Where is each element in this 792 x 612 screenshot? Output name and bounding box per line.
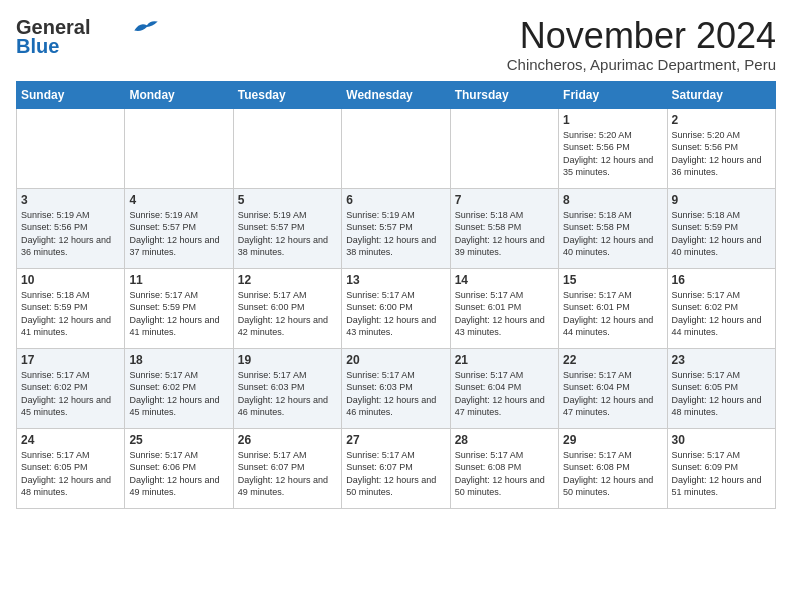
day-info: Sunrise: 5:17 AM Sunset: 6:02 PM Dayligh… — [21, 369, 120, 419]
daylight-text: Daylight: 12 hours and 50 minutes. — [455, 475, 545, 498]
calendar-cell: 7 Sunrise: 5:18 AM Sunset: 5:58 PM Dayli… — [450, 188, 558, 268]
sunset-text: Sunset: 6:04 PM — [563, 382, 630, 392]
sunset-text: Sunset: 6:01 PM — [455, 302, 522, 312]
day-info: Sunrise: 5:17 AM Sunset: 6:04 PM Dayligh… — [563, 369, 662, 419]
sunrise-text: Sunrise: 5:17 AM — [672, 450, 741, 460]
day-info: Sunrise: 5:17 AM Sunset: 6:05 PM Dayligh… — [21, 449, 120, 499]
sunset-text: Sunset: 6:02 PM — [129, 382, 196, 392]
sunrise-text: Sunrise: 5:19 AM — [238, 210, 307, 220]
sunrise-text: Sunrise: 5:17 AM — [455, 370, 524, 380]
day-info: Sunrise: 5:20 AM Sunset: 5:56 PM Dayligh… — [672, 129, 771, 179]
day-info: Sunrise: 5:17 AM Sunset: 5:59 PM Dayligh… — [129, 289, 228, 339]
sunset-text: Sunset: 6:03 PM — [238, 382, 305, 392]
day-info: Sunrise: 5:17 AM Sunset: 6:07 PM Dayligh… — [238, 449, 337, 499]
day-number: 21 — [455, 353, 554, 367]
day-info: Sunrise: 5:17 AM Sunset: 6:00 PM Dayligh… — [346, 289, 445, 339]
day-number: 22 — [563, 353, 662, 367]
day-number: 6 — [346, 193, 445, 207]
sunrise-text: Sunrise: 5:17 AM — [346, 370, 415, 380]
day-info: Sunrise: 5:17 AM Sunset: 6:02 PM Dayligh… — [129, 369, 228, 419]
daylight-text: Daylight: 12 hours and 45 minutes. — [129, 395, 219, 418]
sunrise-text: Sunrise: 5:17 AM — [238, 450, 307, 460]
day-info: Sunrise: 5:17 AM Sunset: 6:08 PM Dayligh… — [563, 449, 662, 499]
calendar-cell: 20 Sunrise: 5:17 AM Sunset: 6:03 PM Dayl… — [342, 348, 450, 428]
calendar-cell: 8 Sunrise: 5:18 AM Sunset: 5:58 PM Dayli… — [559, 188, 667, 268]
calendar-cell: 12 Sunrise: 5:17 AM Sunset: 6:00 PM Dayl… — [233, 268, 341, 348]
sunset-text: Sunset: 5:56 PM — [672, 142, 739, 152]
sunrise-text: Sunrise: 5:19 AM — [129, 210, 198, 220]
daylight-text: Daylight: 12 hours and 36 minutes. — [21, 235, 111, 258]
sunrise-text: Sunrise: 5:17 AM — [238, 290, 307, 300]
daylight-text: Daylight: 12 hours and 45 minutes. — [21, 395, 111, 418]
day-info: Sunrise: 5:18 AM Sunset: 5:59 PM Dayligh… — [21, 289, 120, 339]
sunrise-text: Sunrise: 5:18 AM — [21, 290, 90, 300]
sunset-text: Sunset: 6:06 PM — [129, 462, 196, 472]
calendar-cell: 17 Sunrise: 5:17 AM Sunset: 6:02 PM Dayl… — [17, 348, 125, 428]
sunrise-text: Sunrise: 5:17 AM — [563, 290, 632, 300]
sunset-text: Sunset: 6:08 PM — [563, 462, 630, 472]
sunset-text: Sunset: 6:02 PM — [21, 382, 88, 392]
sunrise-text: Sunrise: 5:17 AM — [672, 370, 741, 380]
sunrise-text: Sunrise: 5:18 AM — [455, 210, 524, 220]
sunset-text: Sunset: 6:07 PM — [238, 462, 305, 472]
day-info: Sunrise: 5:17 AM Sunset: 6:04 PM Dayligh… — [455, 369, 554, 419]
daylight-text: Daylight: 12 hours and 36 minutes. — [672, 155, 762, 178]
day-number: 30 — [672, 433, 771, 447]
day-info: Sunrise: 5:19 AM Sunset: 5:57 PM Dayligh… — [238, 209, 337, 259]
daylight-text: Daylight: 12 hours and 40 minutes. — [563, 235, 653, 258]
calendar-cell: 14 Sunrise: 5:17 AM Sunset: 6:01 PM Dayl… — [450, 268, 558, 348]
sunset-text: Sunset: 6:02 PM — [672, 302, 739, 312]
sunrise-text: Sunrise: 5:17 AM — [455, 450, 524, 460]
day-info: Sunrise: 5:17 AM Sunset: 6:00 PM Dayligh… — [238, 289, 337, 339]
daylight-text: Daylight: 12 hours and 46 minutes. — [346, 395, 436, 418]
sunrise-text: Sunrise: 5:17 AM — [672, 290, 741, 300]
header-saturday: Saturday — [667, 81, 775, 108]
header-thursday: Thursday — [450, 81, 558, 108]
day-info: Sunrise: 5:19 AM Sunset: 5:57 PM Dayligh… — [129, 209, 228, 259]
day-info: Sunrise: 5:17 AM Sunset: 6:03 PM Dayligh… — [238, 369, 337, 419]
day-info: Sunrise: 5:19 AM Sunset: 5:57 PM Dayligh… — [346, 209, 445, 259]
daylight-text: Daylight: 12 hours and 38 minutes. — [346, 235, 436, 258]
page-header: General Blue November 2024 Chincheros, A… — [16, 16, 776, 73]
sunset-text: Sunset: 6:05 PM — [672, 382, 739, 392]
day-info: Sunrise: 5:20 AM Sunset: 5:56 PM Dayligh… — [563, 129, 662, 179]
calendar-cell: 28 Sunrise: 5:17 AM Sunset: 6:08 PM Dayl… — [450, 428, 558, 508]
calendar-week-row: 17 Sunrise: 5:17 AM Sunset: 6:02 PM Dayl… — [17, 348, 776, 428]
sunset-text: Sunset: 6:09 PM — [672, 462, 739, 472]
sunrise-text: Sunrise: 5:17 AM — [21, 450, 90, 460]
day-info: Sunrise: 5:17 AM Sunset: 6:01 PM Dayligh… — [455, 289, 554, 339]
sunrise-text: Sunrise: 5:20 AM — [563, 130, 632, 140]
calendar-cell: 6 Sunrise: 5:19 AM Sunset: 5:57 PM Dayli… — [342, 188, 450, 268]
sunset-text: Sunset: 6:08 PM — [455, 462, 522, 472]
sunset-text: Sunset: 6:00 PM — [238, 302, 305, 312]
calendar-cell: 2 Sunrise: 5:20 AM Sunset: 5:56 PM Dayli… — [667, 108, 775, 188]
sunrise-text: Sunrise: 5:17 AM — [129, 450, 198, 460]
calendar-header-row: Sunday Monday Tuesday Wednesday Thursday… — [17, 81, 776, 108]
day-number: 12 — [238, 273, 337, 287]
day-number: 25 — [129, 433, 228, 447]
calendar-cell: 22 Sunrise: 5:17 AM Sunset: 6:04 PM Dayl… — [559, 348, 667, 428]
day-number: 1 — [563, 113, 662, 127]
day-number: 3 — [21, 193, 120, 207]
daylight-text: Daylight: 12 hours and 48 minutes. — [672, 395, 762, 418]
sunrise-text: Sunrise: 5:17 AM — [563, 370, 632, 380]
day-number: 14 — [455, 273, 554, 287]
day-number: 28 — [455, 433, 554, 447]
daylight-text: Daylight: 12 hours and 43 minutes. — [346, 315, 436, 338]
daylight-text: Daylight: 12 hours and 46 minutes. — [238, 395, 328, 418]
day-info: Sunrise: 5:18 AM Sunset: 5:59 PM Dayligh… — [672, 209, 771, 259]
calendar-cell: 9 Sunrise: 5:18 AM Sunset: 5:59 PM Dayli… — [667, 188, 775, 268]
sunrise-text: Sunrise: 5:20 AM — [672, 130, 741, 140]
calendar-week-row: 3 Sunrise: 5:19 AM Sunset: 5:56 PM Dayli… — [17, 188, 776, 268]
sunset-text: Sunset: 6:07 PM — [346, 462, 413, 472]
calendar-cell: 10 Sunrise: 5:18 AM Sunset: 5:59 PM Dayl… — [17, 268, 125, 348]
sunset-text: Sunset: 5:59 PM — [129, 302, 196, 312]
calendar-cell: 19 Sunrise: 5:17 AM Sunset: 6:03 PM Dayl… — [233, 348, 341, 428]
day-info: Sunrise: 5:17 AM Sunset: 6:08 PM Dayligh… — [455, 449, 554, 499]
daylight-text: Daylight: 12 hours and 48 minutes. — [21, 475, 111, 498]
day-info: Sunrise: 5:19 AM Sunset: 5:56 PM Dayligh… — [21, 209, 120, 259]
calendar-cell: 27 Sunrise: 5:17 AM Sunset: 6:07 PM Dayl… — [342, 428, 450, 508]
day-number: 10 — [21, 273, 120, 287]
header-sunday: Sunday — [17, 81, 125, 108]
calendar-week-row: 24 Sunrise: 5:17 AM Sunset: 6:05 PM Dayl… — [17, 428, 776, 508]
